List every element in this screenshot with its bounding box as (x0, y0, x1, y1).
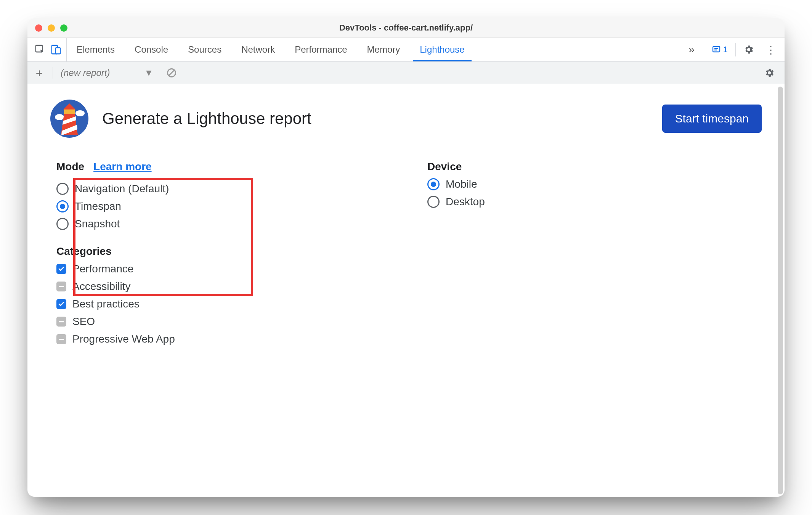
tab-performance[interactable]: Performance (285, 38, 357, 61)
page-title: Generate a Lighthouse report (102, 109, 311, 128)
tab-lighthouse[interactable]: Lighthouse (410, 38, 474, 61)
report-selector-label: (new report) (61, 68, 110, 78)
svg-point-6 (55, 114, 64, 120)
report-selector[interactable]: (new report) ▼ (61, 68, 153, 78)
inspect-icon[interactable] (34, 44, 46, 55)
lighthouse-toolbar: ＋ (new report) ▼ (27, 62, 785, 84)
tab-console[interactable]: Console (125, 38, 178, 61)
svg-point-7 (75, 110, 85, 116)
titlebar: DevTools - coffee-cart.netlify.app/ (27, 18, 785, 38)
settings-icon[interactable] (740, 44, 758, 55)
device-toolbar-group (30, 38, 67, 61)
lighthouse-panel: Generate a Lighthouse report Start times… (27, 84, 785, 497)
tab-network[interactable]: Network (231, 38, 285, 61)
category-checkbox-performance[interactable] (56, 264, 66, 274)
mode-radio-snapshot[interactable] (56, 218, 69, 230)
lighthouse-settings-icon[interactable] (760, 68, 778, 78)
start-timespan-button[interactable]: Start timespan (662, 105, 762, 133)
category-checkbox-seo[interactable] (56, 317, 66, 327)
devtools-window: DevTools - coffee-cart.netlify.app/ (27, 18, 785, 497)
tabs-row: Elements Console Sources Network Perform… (27, 38, 785, 62)
device-radio-desktop[interactable] (427, 196, 440, 208)
divider (735, 43, 736, 56)
tabs-right-controls: » 1 ⋮ (680, 38, 781, 61)
panel-header: Generate a Lighthouse report Start times… (50, 100, 762, 138)
category-label: Progressive Web App (72, 333, 175, 345)
window-controls (35, 24, 67, 32)
lighthouse-logo-icon (50, 100, 88, 138)
mode-option-label: Snapshot (75, 218, 120, 230)
device-radio-mobile[interactable] (427, 178, 440, 190)
panel-tabs: Elements Console Sources Network Perform… (67, 38, 680, 61)
mode-option-label: Timespan (75, 200, 121, 212)
category-checkbox-accessibility[interactable] (56, 282, 66, 291)
svg-rect-2 (56, 48, 61, 54)
mode-section-title: Mode (56, 161, 84, 173)
new-report-button[interactable]: ＋ (34, 65, 45, 81)
mode-radio-navigation[interactable] (56, 183, 69, 195)
svg-rect-3 (713, 47, 720, 52)
category-checkbox-best-practices[interactable] (56, 299, 66, 309)
tab-memory[interactable]: Memory (357, 38, 410, 61)
divider (704, 43, 704, 56)
device-section-title: Device (427, 161, 783, 173)
issues-badge[interactable]: 1 (708, 45, 732, 55)
learn-more-link[interactable]: Learn more (93, 161, 152, 173)
tab-elements[interactable]: Elements (67, 38, 125, 61)
category-label: Performance (72, 263, 133, 275)
tab-sources[interactable]: Sources (178, 38, 231, 61)
category-label: Accessibility (72, 280, 130, 293)
mode-option-label: Navigation (Default) (75, 183, 169, 195)
mode-radio-timespan[interactable] (56, 200, 69, 212)
category-label: Best practices (72, 298, 140, 310)
window-title: DevTools - coffee-cart.netlify.app/ (339, 23, 473, 33)
more-options-icon[interactable]: ⋮ (762, 43, 781, 56)
clear-report-icon[interactable] (166, 68, 177, 78)
minimize-window-button[interactable] (48, 24, 55, 32)
device-option-label: Mobile (446, 178, 477, 190)
scrollbar[interactable] (778, 87, 783, 494)
issues-count: 1 (723, 45, 728, 55)
device-option-label: Desktop (446, 196, 485, 208)
categories-section-title: Categories (56, 245, 412, 258)
divider (53, 67, 53, 79)
close-window-button[interactable] (35, 24, 42, 32)
category-label: SEO (72, 315, 95, 328)
category-checkbox-pwa[interactable] (56, 334, 66, 344)
svg-rect-9 (64, 109, 75, 114)
device-toggle-icon[interactable] (50, 44, 62, 55)
zoom-window-button[interactable] (60, 24, 67, 32)
chevron-down-icon: ▼ (144, 68, 153, 78)
more-tabs-button[interactable]: » (683, 43, 700, 56)
